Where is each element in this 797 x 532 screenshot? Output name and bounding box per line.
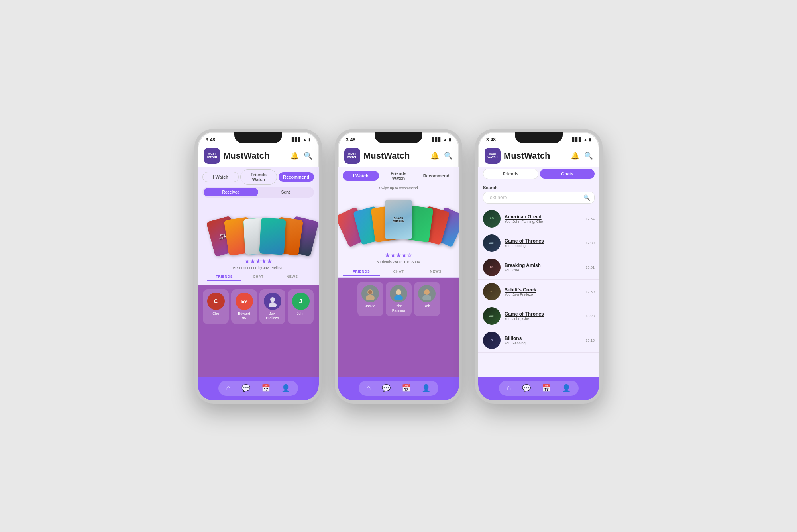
friends-section-2: Jackie JohnFanning Rob: [338, 278, 459, 377]
chat-thumb-american-greed: AG: [483, 210, 501, 228]
nav-chat-2[interactable]: CHAT: [380, 268, 417, 276]
main-tabs-1: I Watch Friends Watch Recommend: [202, 169, 314, 187]
friends-section-1: C Che E9 Edward95 JaviPrellezo J John: [198, 285, 319, 377]
bottom-nav-tabs-1: FRIENDS CHAT NEWS: [202, 271, 314, 283]
nav-news-1[interactable]: NEWS: [275, 273, 309, 281]
friend-card-jackie[interactable]: Jackie: [357, 282, 383, 316]
search-box[interactable]: Text here 🔍: [483, 192, 595, 204]
svg-point-3: [366, 295, 375, 300]
phone-1: 3:48 ▋▋▋ ▲ ▮ MUSTWATCH MustWatch 🔔 🔍 I W…: [194, 129, 322, 404]
chat-item-got-2[interactable]: GOT Game of Thrones You, John, Che 18:23: [478, 304, 599, 328]
chat-thumb-schitts-creek: SC: [483, 283, 501, 300]
logo-text-2: MUSTWATCH: [347, 152, 357, 159]
nav-friends-2[interactable]: FRIENDS: [343, 268, 380, 276]
chat-info-schitts-creek: Schitt's Creek You, Javi Prellezo: [505, 287, 581, 296]
nav-pill-1: ⌂ 💬 📅 👤: [218, 381, 298, 396]
bell-icon-2[interactable]: 🔔: [430, 151, 439, 160]
calendar-btn-2[interactable]: 📅: [400, 382, 412, 394]
friend-name-edward: Edward95: [238, 312, 250, 321]
tab-iwatch-2[interactable]: I Watch: [343, 171, 379, 181]
status-icons-1: ▋▋▋ ▲ ▮: [292, 137, 311, 142]
app-header-1: MUSTWATCH MustWatch 🔔 🔍: [198, 146, 319, 167]
swipe-hint: Swipe up to recommend: [338, 185, 459, 192]
bell-icon-3[interactable]: 🔔: [571, 151, 579, 160]
battery-icon: ▮: [308, 137, 311, 142]
svg-point-5: [396, 289, 401, 295]
seg-received[interactable]: Received: [204, 188, 258, 196]
header-icons-3: 🔔 🔍: [571, 151, 593, 160]
wifi-icon-2: ▲: [443, 137, 447, 142]
search-icon-2[interactable]: 🔍: [444, 151, 453, 160]
svg-point-6: [394, 295, 403, 300]
tab-friends-1[interactable]: Friends Watch: [240, 169, 277, 185]
nav-friends-1[interactable]: FRIENDS: [207, 273, 241, 281]
chat-item-american-greed[interactable]: AG American Greed You, John Fanning, Che…: [478, 207, 599, 231]
friend-card-rob[interactable]: Rob: [414, 282, 440, 316]
tab-chats-3[interactable]: Chats: [540, 169, 595, 179]
chat-btn-3[interactable]: 💬: [520, 382, 532, 394]
tab-recommend-1[interactable]: Recommend: [279, 172, 314, 182]
search-label: Search: [483, 185, 595, 190]
profile-btn-1[interactable]: 👤: [280, 382, 292, 394]
recommended-by: Recommended by Javi Prellezo: [202, 266, 314, 270]
app-title-1: MustWatch: [223, 151, 287, 161]
friend-card-edward[interactable]: E9 Edward95: [231, 289, 257, 324]
home-btn-3[interactable]: ⌂: [505, 382, 513, 394]
tab-iwatch-1[interactable]: I Watch: [202, 172, 239, 182]
app-logo-3: MUSTWATCH: [485, 148, 501, 164]
seg-sent[interactable]: Sent: [258, 188, 313, 196]
chat-time-billions: 13:15: [585, 338, 595, 342]
friend-avatar-jackie: [361, 285, 379, 302]
friend-avatar-edward: E9: [236, 293, 253, 310]
search-input-display[interactable]: Text here: [487, 195, 581, 200]
signal-icon-2: ▋▋▋: [432, 137, 442, 142]
chat-participants-got-2: You, John, Che: [505, 317, 581, 321]
chat-info-breaking-amish: Breaking Amish You, Che: [505, 263, 581, 272]
time-1: 3:48: [206, 137, 215, 143]
bell-icon-1[interactable]: 🔔: [290, 151, 299, 160]
chat-item-got-1[interactable]: GOT Game of Thrones You, Fanning 17:39: [478, 231, 599, 255]
chat-title-got-2: Game of Thrones: [505, 311, 581, 317]
friend-card-che[interactable]: C Che: [203, 289, 229, 324]
chat-thumb-got-2: GOT: [483, 307, 501, 325]
chat-participants-american-greed: You, John Fanning, Che: [505, 220, 581, 224]
chat-btn-1[interactable]: 💬: [240, 382, 252, 394]
nav-chat-1[interactable]: CHAT: [241, 273, 275, 281]
nav-news-2[interactable]: NEWS: [417, 268, 454, 276]
home-btn-1[interactable]: ⌂: [225, 382, 232, 394]
calendar-btn-3[interactable]: 📅: [540, 382, 552, 394]
svg-point-8: [422, 295, 431, 300]
search-icon-3[interactable]: 🔍: [584, 151, 593, 160]
friend-avatar-rob: [418, 285, 436, 302]
status-icons-2: ▋▋▋ ▲ ▮: [432, 137, 451, 142]
friend-card-john[interactable]: J John: [288, 289, 314, 324]
search-icon-box: 🔍: [583, 194, 590, 201]
home-btn-2[interactable]: ⌂: [365, 382, 373, 394]
recommend-section: I Watch Friends Watch Recommend Received…: [198, 167, 319, 285]
friend-name-rob: Rob: [424, 304, 430, 308]
svg-point-7: [424, 289, 430, 295]
friend-card-javi[interactable]: JaviPrellezo: [259, 289, 285, 324]
chat-item-schitts-creek[interactable]: SC Schitt's Creek You, Javi Prellezo 12:…: [478, 280, 599, 304]
chat-item-billions[interactable]: B Billions You, Fanning 13:15: [478, 328, 599, 353]
friend-card-john-fanning[interactable]: JohnFanning: [386, 282, 412, 316]
logo-text-3: MUSTWATCH: [487, 152, 497, 159]
profile-btn-2[interactable]: 👤: [420, 382, 432, 394]
notch-1: [234, 132, 282, 143]
time-3: 3:48: [486, 137, 496, 143]
friend-name-javi: JaviPrellezo: [266, 312, 279, 321]
chat-info-got-1: Game of Thrones You, Fanning: [505, 238, 581, 248]
app-logo-1: MUSTWATCH: [204, 148, 220, 164]
tab-friends-3[interactable]: Friends: [483, 169, 538, 179]
chat-item-breaking-amish[interactable]: BA Breaking Amish You, Che 15:01: [478, 255, 599, 280]
chat-title-schitts-creek: Schitt's Creek: [505, 287, 581, 293]
chat-btn-2[interactable]: 💬: [380, 382, 392, 394]
profile-btn-3[interactable]: 👤: [560, 382, 572, 394]
tab-friends-2[interactable]: Friends Watch: [381, 169, 417, 183]
svg-point-4: [368, 290, 372, 294]
tab-recommend-2[interactable]: Recommend: [418, 171, 454, 181]
calendar-btn-1[interactable]: 📅: [260, 382, 272, 394]
chat-participants-breaking-amish: You, Che: [505, 268, 581, 272]
chat-title-american-greed: American Greed: [505, 214, 581, 220]
search-icon-1[interactable]: 🔍: [304, 151, 312, 160]
